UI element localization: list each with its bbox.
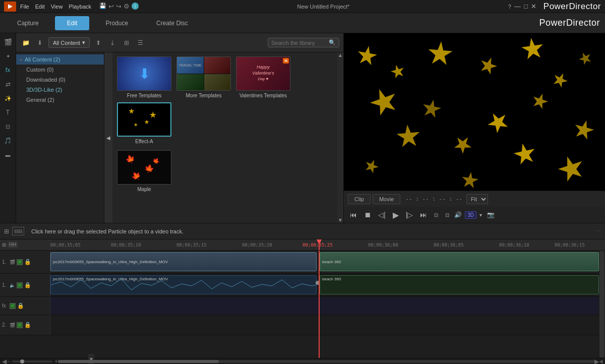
track-1-audio-row: jsc2017m000655_Spacewalking_in_Ultra_Hig…: [50, 274, 599, 297]
sidebar-icon-pip[interactable]: ⊡: [2, 120, 15, 133]
search-box[interactable]: 🔍: [268, 38, 339, 47]
ripple-icon[interactable]: ⊞: [4, 228, 9, 235]
template-item-val[interactable]: N HappyValentine'sDay ♥ Valentines Templ…: [235, 56, 291, 98]
help-icon[interactable]: ?: [508, 4, 511, 10]
sidebar-icon-something[interactable]: ✦: [2, 49, 15, 63]
tab-create-disc[interactable]: Create Disc: [144, 16, 200, 30]
tab-capture[interactable]: Capture: [5, 16, 51, 30]
timeline-end-indicator: ◀: [599, 358, 603, 364]
template-item-more[interactable]: TRAVEL TIME More Templates: [176, 56, 231, 98]
timeline-msg: Click here or drag the selected Particle…: [27, 228, 592, 234]
maximize-button[interactable]: □: [524, 3, 528, 10]
scrollbar-thumb[interactable]: [58, 360, 219, 363]
tab-produce[interactable]: Produce: [93, 16, 140, 30]
menu-file[interactable]: File: [20, 4, 29, 10]
mark-0: 00;00;35;05: [50, 242, 81, 248]
track-2-checkbox[interactable]: ✓: [17, 322, 23, 328]
stop-button[interactable]: ⏹: [362, 210, 373, 220]
cat-item-custom[interactable]: Custom (0): [16, 65, 104, 75]
track-1a-lock[interactable]: 🔒: [24, 282, 31, 288]
template-label-effect-a: Effect-A: [135, 139, 153, 144]
cat-item-all[interactable]: ▸ All Content (2): [16, 54, 104, 65]
minimize-button[interactable]: —: [514, 3, 521, 10]
scroll-right-btn[interactable]: ▶: [594, 358, 599, 365]
grid-view-toggle[interactable]: ⊞: [121, 37, 132, 48]
cat-item-general[interactable]: General (2): [16, 95, 104, 105]
search-input[interactable]: [271, 40, 327, 46]
clip-beach-video[interactable]: beach 360: [320, 252, 599, 271]
close-button[interactable]: ✕: [531, 3, 536, 10]
screenshot-icon[interactable]: 📷: [487, 211, 495, 218]
menu-playback[interactable]: Playback: [69, 4, 91, 10]
undo-icon[interactable]: ↩: [108, 3, 114, 10]
play-to-start-button[interactable]: ⏮: [348, 210, 359, 220]
download-button[interactable]: ⤓: [107, 37, 118, 48]
preview-tab-movie[interactable]: Movie: [373, 194, 400, 204]
sidebar-icon-transitions[interactable]: ⇄: [2, 78, 15, 91]
star-13: [512, 141, 538, 167]
3d-dropdown-arrow[interactable]: ▾: [479, 212, 482, 218]
scrollbar-track[interactable]: [58, 360, 594, 363]
sidebar-icon-audio[interactable]: 🎵: [2, 134, 15, 147]
content-filter-dropdown[interactable]: All Content ▾: [48, 37, 90, 48]
template-item-effect-a[interactable]: 3D Effect-A: [116, 102, 172, 144]
template-item-maple[interactable]: 3D 🍁 🍁 🍁 🍁 Maple: [116, 150, 172, 192]
cat-label-all: All Content (2): [25, 56, 60, 63]
cat-label-downloaded: Downloaded (0): [26, 77, 66, 83]
zoom-slider[interactable]: [12, 360, 52, 362]
add-media-button[interactable]: 📁: [20, 37, 31, 48]
scroll-left-btn[interactable]: ◀: [2, 358, 7, 365]
track-1-checkbox[interactable]: ✓: [17, 259, 23, 265]
template-item-free[interactable]: ⬇ Free Templates: [116, 56, 172, 98]
fit-select[interactable]: Fit: [466, 194, 488, 204]
sidebar-icon-titles[interactable]: T: [2, 106, 15, 119]
star-14: [362, 157, 381, 175]
menu-view[interactable]: View: [51, 4, 63, 10]
cat-item-downloaded[interactable]: Downloaded (0): [16, 75, 104, 85]
scroll-left-arrow[interactable]: ◀: [104, 52, 112, 223]
track-fit-icon[interactable]: ⊞: [2, 242, 6, 248]
play-to-end-button[interactable]: ⏭: [418, 210, 429, 220]
star-16: [460, 170, 479, 190]
save-icon[interactable]: 💾: [99, 3, 106, 10]
sidebar-icon-fx[interactable]: fx: [2, 64, 15, 77]
track-1a-checkbox[interactable]: ✓: [17, 282, 23, 288]
track-1-lock[interactable]: 🔒: [24, 259, 31, 265]
right-scroll-thumb[interactable]: [599, 251, 604, 357]
zoom-in-btn[interactable]: +: [54, 358, 58, 365]
frame-back-button[interactable]: ◁|: [376, 210, 388, 220]
mark-7: 00;00;36;10: [499, 242, 529, 248]
mark-out-button[interactable]: ⊡: [443, 211, 451, 219]
more-options-icon[interactable]: ⋯: [595, 228, 601, 234]
template-grid: ⬇ Free Templates TRAVEL TIME: [112, 52, 343, 202]
mark-3: 00;00;35;20: [242, 242, 272, 248]
sidebar-icon-subtitle[interactable]: ▬: [2, 148, 15, 161]
track-fx-checkbox[interactable]: ✓: [10, 303, 16, 309]
star-11: [395, 124, 421, 150]
cat-item-3d[interactable]: 3D/3D-Like (2): [16, 85, 104, 95]
track-hh-label: HH: [8, 241, 18, 248]
star-18: [571, 117, 596, 142]
export-button[interactable]: ⬆: [93, 37, 104, 48]
list-view-toggle[interactable]: ☰: [135, 37, 146, 48]
menu-edit[interactable]: Edit: [35, 4, 45, 10]
track-2-lock[interactable]: 🔒: [24, 322, 31, 328]
settings-icon[interactable]: ⚙: [124, 3, 130, 10]
import-button[interactable]: ⬇: [34, 37, 45, 48]
tab-edit[interactable]: Edit: [55, 16, 90, 30]
zoom-out-btn[interactable]: −: [7, 358, 10, 365]
redo-icon[interactable]: ↪: [116, 3, 122, 10]
sidebar-icon-media[interactable]: 🎬: [2, 35, 15, 48]
preview-tab-clip[interactable]: Clip: [348, 194, 371, 204]
frame-forward-button[interactable]: |▷: [404, 210, 415, 220]
bottom-arrow: ▼: [338, 217, 343, 223]
sidebar-icon-effects[interactable]: ✨: [2, 92, 15, 105]
clip-spacewalk-video[interactable]: jsc2017m000655_Spacewalking_in_Ultra_Hig…: [50, 252, 317, 271]
scroll-right-arrow[interactable]: ▲ ▼: [337, 52, 343, 223]
clip-spacewalk-audio[interactable]: jsc2017m000655_Spacewalking_in_Ultra_Hig…: [50, 275, 317, 294]
clip-beach-audio[interactable]: beach 360: [320, 275, 599, 294]
snapping-icon[interactable]: ⊟⊟: [12, 227, 24, 235]
play-button[interactable]: ▶: [391, 209, 401, 221]
track-fx-lock[interactable]: 🔒: [17, 302, 24, 309]
mark-in-button[interactable]: ⊡: [432, 211, 440, 219]
